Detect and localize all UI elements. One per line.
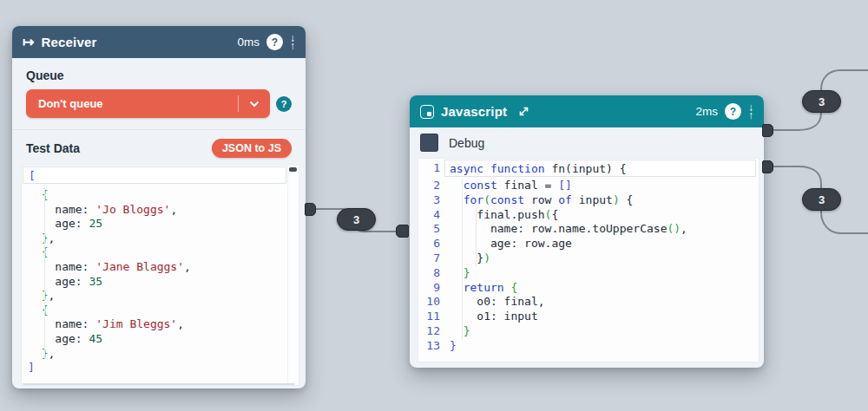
code-line: age: row.age — [450, 237, 759, 251]
line-number: 8 — [418, 266, 440, 281]
collapse-icon[interactable]: ↓ ↑ — [748, 104, 753, 120]
line-number: 7 — [418, 251, 440, 266]
receiver-node: ↦ Receiver 0ms ? ↓ ↑ Queue Don't queue ?… — [12, 26, 306, 388]
code-line: } — [450, 324, 759, 339]
js-code-lines: const final = [] for(const row of input)… — [444, 179, 759, 354]
resize-grip[interactable] — [23, 383, 295, 385]
arrow-up-icon: ↑ — [290, 42, 295, 50]
queue-selected-value: Don't queue — [26, 97, 238, 110]
message-count-pill[interactable]: 3 — [337, 208, 376, 231]
message-count-pill[interactable]: 3 — [802, 188, 841, 211]
js-active-line: async function fn(input) { — [444, 160, 756, 177]
code-line: name: 'Jim Bleggs', — [28, 317, 299, 332]
code-line: }, — [28, 347, 299, 362]
line-number: 13 — [418, 339, 440, 354]
indent-guide — [476, 208, 477, 266]
javascript-output-port-1[interactable] — [762, 160, 773, 173]
javascript-input-port[interactable] — [396, 225, 409, 238]
line-number: 3 — [418, 193, 440, 208]
duration-badge: 2ms — [695, 105, 718, 118]
code-line: for(const row of input) { — [450, 193, 759, 208]
receiver-header[interactable]: ↦ Receiver 0ms ? ↓ ↑ — [12, 26, 306, 58]
code-line: return { — [450, 281, 759, 296]
line-number: 1 — [418, 159, 440, 179]
line-number: 6 — [418, 237, 440, 251]
code-line: o1: input — [450, 310, 759, 324]
code-line: name: 'Jane Blaggs', — [28, 260, 299, 275]
javascript-code-editor[interactable]: 12345678910111213 async function fn(inpu… — [418, 158, 760, 362]
javascript-output-port-0[interactable] — [762, 124, 773, 137]
code-line: age: 25 — [28, 217, 299, 232]
json-to-js-button[interactable]: JSON to JS — [212, 139, 292, 158]
indent-guide — [462, 179, 463, 339]
editor-scrollbar — [287, 166, 299, 385]
queue-help-icon[interactable]: ? — [276, 96, 292, 112]
message-count: 3 — [819, 95, 825, 108]
line-number: 4 — [418, 208, 440, 223]
code-line: { — [28, 245, 299, 260]
javascript-header[interactable]: Javascript 2ms ? ↓ ↑ — [410, 95, 764, 127]
indent-guide — [44, 187, 45, 360]
code-line: } — [450, 266, 759, 281]
line-number: 12 — [418, 324, 440, 339]
debug-label: Debug — [449, 136, 484, 150]
code-line: o0: final, — [450, 295, 759, 310]
javascript-node: Javascript 2ms ? ↓ ↑ Debug 1234567891011… — [410, 95, 764, 368]
message-count-pill[interactable]: 3 — [802, 90, 841, 113]
help-icon[interactable]: ? — [725, 103, 741, 120]
collapse-icon[interactable]: ↓ ↑ — [290, 35, 295, 50]
line-number: 5 — [418, 222, 440, 237]
line-number: 2 — [418, 179, 440, 193]
arrow-up-icon: ↑ — [748, 112, 753, 120]
code-line: name: row.name.toUpperCase(), — [450, 222, 759, 237]
code-line: }, — [28, 232, 299, 246]
receiver-output-port[interactable] — [305, 203, 316, 216]
line-number: 10 — [418, 295, 440, 310]
line-number-gutter: 12345678910111213 — [418, 159, 444, 354]
test-data-editor[interactable]: [ { name: 'Jo Bloggs', age: 25 }, { name… — [21, 165, 299, 386]
code-line: ] — [28, 361, 299, 375]
test-data-label: Test Data — [26, 141, 80, 155]
debug-checkbox[interactable] — [420, 134, 438, 152]
message-count: 3 — [353, 213, 359, 226]
help-icon[interactable]: ? — [266, 34, 283, 50]
section-divider — [12, 129, 306, 130]
queue-select[interactable]: Don't queue — [26, 89, 270, 118]
code-line: age: 45 — [28, 332, 299, 347]
code-line: } — [450, 339, 759, 354]
line-number: 11 — [418, 310, 440, 324]
expand-icon[interactable] — [517, 105, 530, 118]
code-line: }, — [28, 289, 299, 303]
code-line: const final = [] — [450, 179, 759, 193]
queue-label: Queue — [26, 68, 292, 82]
javascript-node-icon — [420, 105, 434, 119]
node-title: Javascript — [441, 104, 507, 119]
code-line: final.push({ — [450, 208, 759, 223]
receiver-active-line: [ — [23, 166, 286, 184]
line-number: 9 — [418, 281, 440, 296]
node-title: Receiver — [41, 35, 96, 49]
code-line: name: 'Jo Bloggs', — [28, 203, 299, 218]
maps-to-icon: ↦ — [23, 36, 34, 49]
message-count: 3 — [819, 193, 825, 206]
duration-badge: 0ms — [237, 36, 260, 49]
code-line: { — [28, 303, 299, 318]
receiver-code-lines: { name: 'Jo Bloggs', age: 25 }, { name: … — [22, 186, 299, 375]
chevron-down-icon — [239, 101, 270, 108]
code-line: }) — [450, 251, 759, 266]
scrollbar-thumb[interactable] — [289, 167, 297, 172]
code-line: { — [28, 188, 299, 203]
code-line: age: 35 — [28, 275, 299, 290]
